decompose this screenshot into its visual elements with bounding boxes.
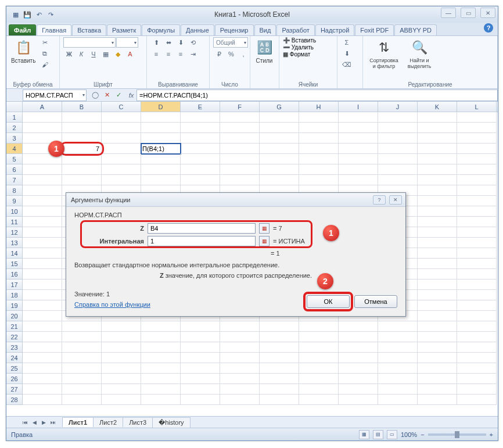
cell[interactable] — [299, 321, 339, 332]
cell[interactable] — [457, 227, 497, 238]
col-A[interactable]: A — [23, 102, 62, 112]
cell[interactable] — [102, 332, 141, 342]
cell[interactable] — [457, 279, 497, 290]
currency-button[interactable]: ₽ — [213, 49, 225, 59]
row-header-18[interactable]: 18 — [6, 290, 23, 300]
cell[interactable] — [457, 112, 497, 123]
cell[interactable] — [378, 175, 418, 185]
autosum-button[interactable]: Σ — [341, 37, 353, 48]
row-header-28[interactable]: 28 — [6, 395, 23, 405]
row-header-20[interactable]: 20 — [6, 311, 23, 321]
sheet-nav-prev[interactable]: ◀ — [30, 418, 39, 427]
sheet-tab-new[interactable]: �history — [152, 417, 190, 428]
cell[interactable] — [418, 374, 457, 384]
fill-color-button[interactable]: ◆ — [112, 49, 124, 59]
cell[interactable] — [141, 164, 181, 175]
cell[interactable] — [299, 353, 339, 363]
cell[interactable] — [457, 185, 497, 196]
cell[interactable] — [299, 332, 339, 342]
copy-icon[interactable]: ⧉ — [39, 48, 51, 59]
cell[interactable] — [418, 332, 457, 342]
cell[interactable] — [141, 133, 181, 144]
close-button[interactable]: ✕ — [480, 8, 495, 18]
cell[interactable] — [418, 164, 457, 175]
cell[interactable] — [23, 259, 62, 269]
indent-button[interactable]: ⇥ — [187, 49, 199, 59]
cell[interactable] — [23, 353, 62, 363]
help-icon[interactable]: ? — [484, 23, 493, 33]
cell[interactable] — [102, 133, 141, 144]
cell[interactable] — [181, 112, 220, 123]
cell[interactable] — [457, 353, 497, 363]
cell[interactable] — [378, 112, 418, 123]
cell[interactable] — [62, 374, 102, 384]
cell[interactable] — [378, 342, 418, 353]
undo-icon[interactable]: ↶ — [34, 10, 44, 19]
cell[interactable] — [23, 321, 62, 332]
cell[interactable] — [457, 363, 497, 374]
cell[interactable] — [260, 363, 299, 374]
formula-input[interactable]: =НОРМ.СТ.РАСП(B4;1) — [136, 89, 498, 101]
tab-developer[interactable]: Разработ — [276, 24, 314, 35]
align-left-button[interactable]: ≡ — [150, 49, 162, 59]
cell[interactable] — [62, 112, 102, 123]
cell[interactable] — [23, 269, 62, 279]
cell[interactable] — [141, 112, 181, 123]
cell[interactable] — [141, 321, 181, 332]
cell[interactable] — [339, 342, 378, 353]
align-top-button[interactable]: ⬆ — [150, 37, 162, 48]
cell[interactable] — [418, 112, 457, 123]
cell[interactable] — [418, 395, 457, 405]
align-right-button[interactable]: ≡ — [175, 49, 186, 59]
cancel-formula-button[interactable]: ✕ — [102, 90, 112, 101]
cell[interactable] — [457, 144, 497, 154]
tab-review[interactable]: Рецензир — [215, 24, 254, 35]
sort-filter-button[interactable]: ⇅Сортировка и фильтр — [367, 37, 401, 70]
cell[interactable] — [457, 269, 497, 279]
cell[interactable] — [378, 384, 418, 395]
cell[interactable] — [181, 363, 220, 374]
cell[interactable] — [378, 123, 418, 133]
cell[interactable] — [260, 133, 299, 144]
cell[interactable] — [260, 154, 299, 164]
cell[interactable]: П(B4;1) — [141, 144, 181, 154]
cell[interactable] — [23, 374, 62, 384]
tab-formulas[interactable]: Формулы — [142, 24, 180, 35]
cell[interactable] — [23, 123, 62, 133]
row-header-16[interactable]: 16 — [6, 269, 23, 279]
cell[interactable] — [299, 363, 339, 374]
dialog-titlebar[interactable]: Аргументы функции ? ✕ — [66, 193, 405, 207]
row-header-7[interactable]: 7 — [6, 175, 23, 185]
sheet-tab-3[interactable]: Лист3 — [123, 417, 153, 427]
orientation-button[interactable]: ⟲ — [187, 37, 199, 48]
cell[interactable] — [62, 321, 102, 332]
cell[interactable] — [418, 321, 457, 332]
cell[interactable] — [23, 238, 62, 248]
col-G[interactable]: G — [260, 102, 299, 112]
cell[interactable] — [418, 363, 457, 374]
cell[interactable] — [260, 175, 299, 185]
cell[interactable] — [378, 395, 418, 405]
cell[interactable] — [339, 321, 378, 332]
cell[interactable] — [62, 384, 102, 395]
cell[interactable] — [102, 154, 141, 164]
cell[interactable] — [102, 175, 141, 185]
cell[interactable] — [141, 123, 181, 133]
view-normal-button[interactable]: ▦ — [359, 430, 369, 439]
cell[interactable] — [457, 384, 497, 395]
cell[interactable] — [141, 154, 181, 164]
cell[interactable] — [62, 363, 102, 374]
cell[interactable] — [378, 133, 418, 144]
cell[interactable] — [181, 123, 220, 133]
cell[interactable] — [418, 238, 457, 248]
cell[interactable] — [260, 342, 299, 353]
cell[interactable] — [339, 395, 378, 405]
select-all-corner[interactable] — [6, 102, 23, 112]
cancel-button[interactable]: Отмена — [354, 295, 397, 308]
cell[interactable] — [299, 395, 339, 405]
cell[interactable] — [457, 196, 497, 206]
cell[interactable] — [102, 123, 141, 133]
col-B[interactable]: B — [62, 102, 102, 112]
cell[interactable] — [339, 363, 378, 374]
cell[interactable] — [23, 175, 62, 185]
